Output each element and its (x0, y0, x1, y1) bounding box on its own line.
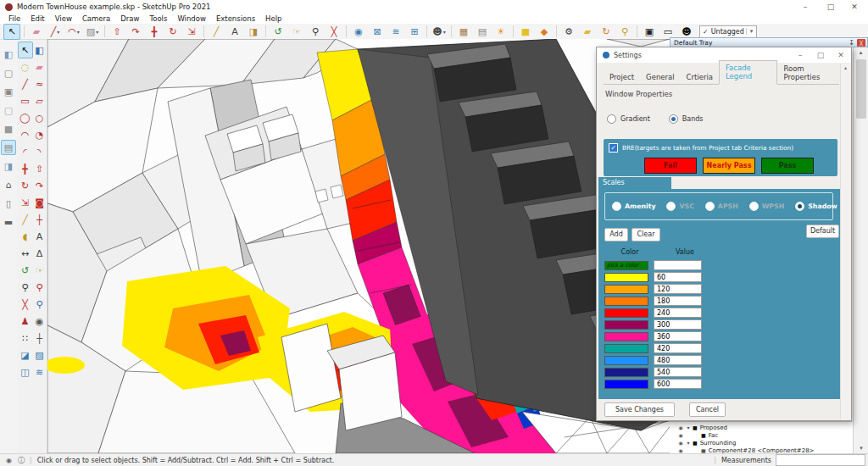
rectangle-tool-button[interactable]: ▭ (18, 92, 33, 109)
visibility-eye-icon[interactable]: ◉ (676, 432, 685, 438)
three-point-arc-tool-button[interactable]: ◝ (32, 143, 47, 160)
color-swatch-4[interactable] (604, 308, 648, 318)
axes-tool-button[interactable]: ┼ (32, 211, 47, 228)
rotate-tool-button[interactable]: ↻ (164, 24, 181, 40)
color-swatch-2[interactable] (604, 285, 648, 294)
style-shaded-button[interactable]: ■ (1, 121, 16, 136)
pin-icon[interactable]: ↧ (849, 39, 854, 47)
menu-edit[interactable]: Edit (25, 14, 49, 23)
radio-bands-icon[interactable] (669, 114, 678, 124)
zoom-extents-tool-button[interactable]: ╳ (326, 24, 342, 40)
value-input-0[interactable] (654, 260, 702, 270)
visibility-eye-icon[interactable]: ◉ (676, 447, 685, 453)
rotate-tool-button[interactable]: ↻ (18, 177, 33, 194)
value-input-8[interactable] (654, 355, 702, 365)
ellipse-tool-button[interactable]: ○ (32, 109, 47, 126)
pan-tool-button[interactable]: ☞ (288, 24, 305, 40)
tab-general[interactable]: General (640, 70, 681, 85)
walk-tool-button[interactable]: ∷ (18, 330, 33, 347)
position-camera-tool-button[interactable]: ♟ (18, 313, 33, 330)
style-hidden-line-button[interactable]: ▢ (1, 103, 16, 118)
geolocation-icon[interactable]: ◉ (6, 457, 12, 464)
settings-gear-tool-button[interactable]: ⚙ (560, 24, 577, 40)
zoom-window-tool-button[interactable]: ⚲ (32, 279, 47, 296)
color-swatch-5[interactable] (604, 320, 648, 330)
massing-wedge-tool-button[interactable]: ◆ (536, 24, 553, 40)
style-shaded-textures-button[interactable]: ▤ (1, 140, 16, 155)
menu-help[interactable]: Help (260, 14, 287, 23)
chevron-down-icon[interactable]: ▾ (96, 29, 98, 35)
expander-icon[interactable]: ▾ (685, 424, 692, 430)
refresh-tool-button[interactable]: ↻ (598, 24, 615, 40)
move-tool-button[interactable]: ╋ (146, 24, 163, 40)
default-button[interactable]: Default (806, 225, 839, 238)
field-of-view-tool-button[interactable]: ┼ (32, 330, 47, 347)
close-button[interactable]: ✕ (843, 0, 866, 14)
line-tool-button[interactable]: ╱▾ (47, 24, 64, 40)
color-swatch-3[interactable] (604, 297, 648, 306)
menu-extensions[interactable]: Extensions (211, 14, 260, 23)
eraser-tool-button[interactable]: ▰ (32, 58, 47, 75)
view-home-button[interactable]: ⌂ (1, 177, 16, 192)
two-point-arc-tool-button[interactable]: ◜ (18, 143, 33, 160)
scale-option-apsh[interactable]: APSH (705, 202, 738, 211)
chevron-down-icon[interactable]: ▾ (746, 28, 756, 35)
line-tool-button[interactable]: ╱ (18, 75, 33, 92)
value-input-1[interactable] (654, 272, 702, 282)
visibility-eye-icon[interactable]: ◉ (676, 424, 685, 430)
view-archive-button[interactable]: ▬ (1, 214, 16, 230)
tray-scrollbar[interactable]: ▴ ▾ (853, 47, 868, 453)
open-folder-tool-button[interactable]: ▰ (579, 24, 596, 40)
tab-facade-legend[interactable]: Facade Legend (719, 60, 777, 85)
menu-window[interactable]: Window (172, 14, 211, 23)
color-swatch-8[interactable] (604, 356, 648, 365)
value-input-9[interactable] (654, 367, 702, 377)
radio-gradient-icon[interactable] (607, 114, 616, 124)
freehand-tool-button[interactable]: ≈ (32, 75, 47, 92)
previous-view-tool-button[interactable]: ⚲ (32, 296, 47, 313)
tab-room-properties[interactable]: Room Properties (777, 62, 839, 85)
section-cuts-tool-button[interactable]: ◫ (18, 363, 33, 380)
select-tool-button[interactable]: ↖ (18, 42, 33, 58)
qa-panel-tool-button[interactable]: ▣ (641, 24, 658, 40)
tray-close-icon[interactable]: ╳ (857, 39, 865, 47)
license-key-tool-button[interactable]: ⚲ (616, 24, 633, 40)
value-input-3[interactable] (654, 296, 702, 306)
value-input-7[interactable] (654, 343, 702, 353)
account-tool-button[interactable]: ☻▾ (431, 24, 448, 40)
pie-tool-button[interactable]: ◔ (32, 126, 47, 143)
mode-option-bands[interactable]: Bands (669, 114, 704, 124)
style-back-edges-button[interactable]: ▢ (1, 65, 16, 80)
section-cuts-tool-button[interactable]: ≋ (387, 24, 404, 40)
radio-wpsh-icon[interactable] (749, 202, 759, 211)
dialog-close-button[interactable]: ✕ (831, 51, 851, 59)
text-tool-button[interactable]: A (32, 228, 47, 245)
circle-tool-button[interactable]: ◯ (18, 109, 33, 126)
massing-box-tool-button[interactable]: ■ (517, 24, 534, 40)
scale-option-wpsh[interactable]: WPSH (749, 202, 784, 211)
scroll-up-icon[interactable]: ▴ (854, 47, 868, 58)
color-swatch-7[interactable] (604, 344, 648, 353)
save-changes-button[interactable]: Save Changes (604, 402, 675, 417)
orbit-tool-button[interactable]: ↺ (270, 24, 287, 40)
section-plane-tool-button[interactable]: ◪ (18, 347, 33, 363)
radio-apsh-icon[interactable] (705, 202, 715, 211)
style-monochrome-button[interactable]: ◨ (1, 158, 16, 174)
tag-dropdown[interactable]: ✓ Untagged ▾ (699, 25, 757, 38)
color-swatch-10[interactable] (604, 380, 648, 389)
cancel-button[interactable]: Cancel (689, 402, 726, 417)
section-plane-tool-button[interactable]: ◉ (350, 24, 367, 40)
expander-icon[interactable]: ▾ (685, 440, 692, 446)
orbit-tool-button[interactable]: ↺ (18, 262, 33, 279)
menu-draw[interactable]: Draw (115, 14, 144, 23)
spreadsheet-tool-button[interactable]: ▤ (474, 24, 491, 40)
scale-option-amenity[interactable]: Amenity (612, 202, 655, 211)
zoom-tool-button[interactable]: ⚲ (307, 24, 324, 40)
arc-tool-button[interactable]: ◠ (18, 126, 33, 143)
bre-checkbox[interactable]: ✓ (609, 143, 618, 153)
sun-study-tool-button[interactable]: ☀ (492, 24, 509, 40)
followme-tool-button[interactable]: ↷ (32, 177, 47, 194)
dialog-maximize-button[interactable]: □ (810, 51, 831, 59)
chevron-down-icon[interactable]: ▾ (443, 29, 446, 35)
scrollbar-thumb[interactable] (856, 59, 866, 119)
